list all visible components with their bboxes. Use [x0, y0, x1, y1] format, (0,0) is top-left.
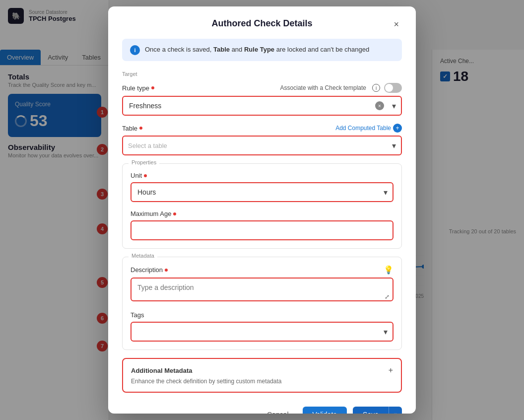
modal: Authored Check Details × i Once a check …	[108, 6, 416, 414]
cancel-button[interactable]: Cancel	[259, 407, 297, 414]
tags-select[interactable]	[131, 322, 393, 342]
table-select[interactable]	[122, 136, 402, 155]
unit-select-wrapper: Hours Minutes Days ▾	[131, 182, 393, 202]
properties-section: Properties Unit Hours Minutes Days ▾	[122, 163, 402, 249]
rule-type-required	[151, 86, 154, 89]
tags-select-wrapper: ▾	[131, 322, 393, 342]
description-field-group: Description 💡 ⤢	[131, 265, 393, 303]
properties-section-label: Properties	[129, 159, 159, 165]
save-button-group: Save ▾	[353, 407, 402, 414]
rule-type-label: Rule type	[122, 84, 154, 92]
additional-metadata-title: Additional Metadata	[131, 367, 193, 374]
modal-close-button[interactable]: ×	[391, 18, 402, 31]
additional-metadata-add-icon[interactable]: +	[389, 366, 393, 375]
unit-field-header: Unit	[131, 172, 393, 179]
table-label: Table	[122, 125, 142, 132]
unit-select[interactable]: Hours Minutes Days	[131, 182, 393, 202]
table-field-header: Table Add Computed Table +	[122, 124, 402, 133]
table-field-group: Table Add Computed Table + Select a tabl…	[122, 124, 402, 155]
description-textarea-wrapper: ⤢	[131, 278, 393, 303]
maximum-age-input[interactable]	[131, 220, 393, 240]
maximum-age-required	[173, 212, 176, 215]
rule-type-select-wrapper: Freshness Completeness Validity × ▾	[122, 96, 402, 116]
tags-field-group: Tags ▾	[131, 311, 393, 342]
metadata-section-label: Metadata	[129, 253, 157, 259]
rule-type-select[interactable]: Freshness Completeness Validity	[122, 96, 402, 116]
unit-label: Unit	[131, 172, 147, 179]
info-banner: i Once a check is saved, Table and Rule …	[122, 39, 402, 61]
rule-type-clear-button[interactable]: ×	[375, 101, 384, 110]
metadata-section: Metadata Description 💡 ⤢ Tags	[122, 257, 402, 350]
associate-template-control: Associate with a Check template i	[280, 83, 402, 93]
additional-metadata-desc: Enhance the check definition by setting …	[131, 378, 393, 385]
target-section-label: Target	[122, 71, 402, 77]
rule-type-field-header: Rule type Associate with a Check templat…	[122, 83, 402, 93]
description-field-header: Description 💡	[131, 265, 393, 275]
description-label: Description	[131, 266, 168, 274]
modal-footer: Cancel Validate Save ▾	[122, 403, 402, 414]
add-computed-plus-icon: +	[393, 124, 402, 133]
unit-field-group: Unit Hours Minutes Days ▾	[131, 172, 393, 202]
modal-header: Authored Check Details ×	[122, 18, 402, 29]
validate-button[interactable]: Validate	[303, 407, 347, 414]
add-computed-table-button[interactable]: Add Computed Table +	[335, 124, 402, 133]
info-icon: i	[130, 45, 140, 55]
additional-metadata-header: Additional Metadata +	[131, 366, 393, 375]
modal-title: Authored Check Details	[211, 18, 312, 29]
associate-toggle[interactable]	[384, 83, 402, 93]
table-select-wrapper: Select a table ▾	[122, 136, 402, 155]
tags-label: Tags	[131, 311, 144, 319]
associate-help-icon[interactable]: i	[372, 84, 380, 92]
additional-metadata-section: Additional Metadata + Enhance the check …	[122, 358, 402, 393]
table-required	[139, 127, 142, 130]
description-textarea[interactable]	[131, 278, 393, 301]
maximum-age-label: Maximum Age	[131, 210, 176, 217]
unit-required	[144, 174, 147, 177]
description-required	[165, 269, 168, 272]
save-dropdown-button[interactable]: ▾	[389, 407, 402, 414]
bulb-icon[interactable]: 💡	[384, 265, 393, 275]
save-button[interactable]: Save	[353, 407, 389, 414]
info-text: Once a check is saved, Table and Rule Ty…	[145, 45, 369, 55]
maximum-age-field-group: Maximum Age	[131, 210, 393, 240]
tags-field-header: Tags	[131, 311, 393, 319]
maximum-age-field-header: Maximum Age	[131, 210, 393, 217]
rule-type-field-group: Rule type Associate with a Check templat…	[122, 83, 402, 116]
modal-overlay: Authored Check Details × i Once a check …	[0, 0, 524, 420]
